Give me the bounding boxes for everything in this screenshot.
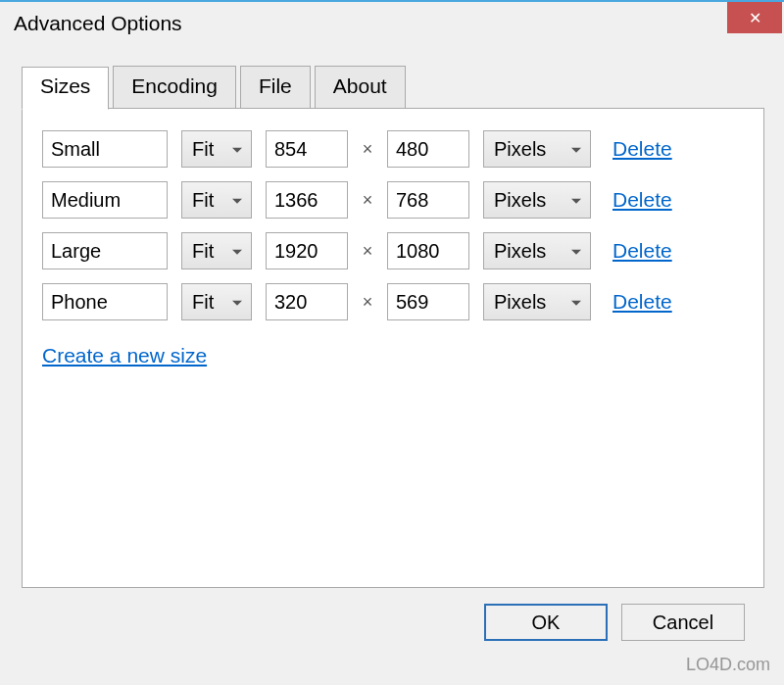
close-button[interactable]: ✕: [727, 2, 782, 33]
fit-select[interactable]: Fit: [181, 283, 252, 320]
times-symbol: ×: [362, 292, 373, 313]
window-title: Advanced Options: [14, 12, 182, 35]
create-new-size-link[interactable]: Create a new size: [42, 344, 207, 367]
sizes-panel: Fit × Pixels Delete Fit × Pixels Delete …: [22, 108, 764, 588]
unit-select[interactable]: Pixels: [483, 181, 591, 219]
unit-select[interactable]: Pixels: [483, 283, 591, 320]
times-symbol: ×: [362, 241, 373, 262]
tab-strip: Sizes Encoding File About: [22, 65, 764, 108]
dialog-window: Advanced Options ✕ Sizes Encoding File A…: [0, 0, 784, 685]
size-name-input[interactable]: [42, 283, 168, 320]
delete-link[interactable]: Delete: [612, 137, 672, 161]
size-name-input[interactable]: [42, 181, 168, 219]
size-name-input[interactable]: [42, 232, 168, 269]
cancel-button[interactable]: Cancel: [621, 604, 745, 641]
size-row: Fit × Pixels Delete: [42, 181, 744, 219]
delete-link[interactable]: Delete: [612, 239, 672, 263]
times-symbol: ×: [362, 190, 373, 211]
height-input[interactable]: [387, 181, 469, 219]
width-input[interactable]: [266, 232, 348, 269]
delete-link[interactable]: Delete: [612, 188, 672, 212]
fit-select[interactable]: Fit: [181, 232, 252, 269]
ok-button[interactable]: OK: [484, 604, 608, 641]
width-input[interactable]: [266, 181, 348, 219]
height-input[interactable]: [387, 130, 469, 168]
tab-file[interactable]: File: [240, 66, 311, 109]
height-input[interactable]: [387, 283, 469, 320]
unit-select[interactable]: Pixels: [483, 232, 591, 269]
titlebar: Advanced Options ✕: [0, 2, 784, 45]
height-input[interactable]: [387, 232, 469, 269]
unit-select[interactable]: Pixels: [483, 130, 591, 168]
content-area: Sizes Encoding File About Fit × Pixels D…: [0, 45, 784, 641]
fit-select[interactable]: Fit: [181, 181, 252, 219]
dialog-buttons: OK Cancel: [22, 588, 764, 641]
fit-select[interactable]: Fit: [181, 130, 252, 168]
size-row: Fit × Pixels Delete: [42, 232, 744, 269]
tab-sizes[interactable]: Sizes: [22, 67, 109, 110]
size-row: Fit × Pixels Delete: [42, 283, 744, 320]
close-icon: ✕: [749, 9, 761, 27]
tab-encoding[interactable]: Encoding: [113, 66, 236, 109]
width-input[interactable]: [266, 283, 348, 320]
delete-link[interactable]: Delete: [612, 290, 672, 314]
size-row: Fit × Pixels Delete: [42, 130, 744, 168]
width-input[interactable]: [266, 130, 348, 168]
size-name-input[interactable]: [42, 130, 168, 168]
tab-about[interactable]: About: [315, 66, 406, 109]
times-symbol: ×: [362, 139, 373, 160]
